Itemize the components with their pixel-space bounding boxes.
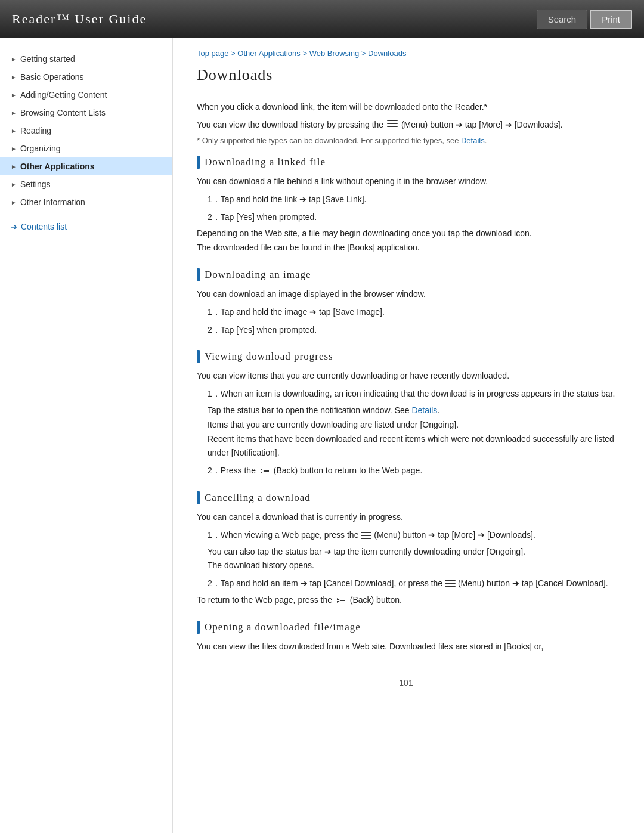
- back-icon: [335, 595, 348, 606]
- sidebar-item-browsing-content-lists[interactable]: ► Browsing Content Lists: [0, 104, 172, 122]
- sub-step-1: Tap the status bar to open the notificat…: [208, 404, 615, 418]
- step-1: 1．When viewing a Web page, press the (Me…: [208, 528, 615, 543]
- breadcrumb: Top page > Other Applications > Web Brow…: [197, 38, 615, 64]
- section-body: You can download a file behind a link wi…: [197, 175, 615, 255]
- section-title: Cancelling a download: [205, 492, 311, 504]
- chevron-right-icon: ►: [11, 145, 17, 152]
- sidebar-item-label: Browsing Content Lists: [20, 108, 106, 117]
- breadcrumb-downloads[interactable]: Downloads: [368, 49, 406, 58]
- chevron-right-icon: ►: [11, 199, 17, 206]
- sidebar-item-label: Organizing: [20, 144, 61, 153]
- header-buttons: Search Print: [537, 10, 632, 29]
- svg-rect-1: [387, 123, 398, 124]
- step-2: 2．Press the (Back) button to return to t…: [208, 464, 615, 478]
- section-intro: You can download an image displayed in t…: [197, 287, 615, 302]
- sidebar-item-adding-getting-content[interactable]: ► Adding/Getting Content: [0, 86, 172, 104]
- extra-line-2: The downloaded file can be found in the …: [197, 241, 615, 255]
- details-link-1[interactable]: Details: [461, 136, 485, 145]
- intro-menu-label: (Menu) button ➔ tap [More] ➔: [401, 120, 512, 129]
- menu-icon: [387, 119, 398, 128]
- arrow-right-icon: ➔: [11, 222, 17, 231]
- section-bar-icon: [197, 156, 200, 169]
- sidebar-item-label: Adding/Getting Content: [20, 90, 107, 100]
- section-header: Cancelling a download: [197, 491, 615, 504]
- chevron-right-icon: ►: [11, 181, 17, 188]
- section-header: Downloading an image: [197, 268, 615, 281]
- sidebar-item-getting-started[interactable]: ► Getting started: [0, 50, 172, 68]
- details-link-2[interactable]: Details: [411, 405, 437, 415]
- sidebar-item-other-applications[interactable]: ► Other Applications: [0, 157, 172, 175]
- sidebar-item-reading[interactable]: ► Reading: [0, 122, 172, 140]
- section-bar-icon: [197, 621, 200, 634]
- breadcrumb-other-applications[interactable]: Other Applications: [237, 49, 301, 58]
- sidebar-item-label: Settings: [20, 179, 51, 189]
- svg-rect-7: [445, 583, 456, 584]
- chevron-right-icon: ►: [11, 92, 17, 98]
- sidebar-item-basic-operations[interactable]: ► Basic Operations: [0, 68, 172, 86]
- svg-rect-6: [445, 580, 456, 581]
- section-viewing-download-progress: Viewing download progress You can view i…: [197, 350, 615, 478]
- section-header: Viewing download progress: [197, 350, 615, 363]
- sidebar: ► Getting started ► Basic Operations ► A…: [0, 38, 173, 833]
- section-header: Downloading a linked file: [197, 156, 615, 169]
- chevron-right-icon: ►: [11, 128, 17, 134]
- sidebar-item-organizing[interactable]: ► Organizing: [0, 140, 172, 157]
- print-button[interactable]: Print: [590, 10, 632, 29]
- section-title: Opening a downloaded file/image: [205, 621, 361, 633]
- intro-line1: When you click a download link, the item…: [197, 100, 615, 114]
- page-header: Reader™ User Guide Search Print: [0, 0, 644, 38]
- step-1: 1．Tap and hold the link ➔ tap [Save Link…: [208, 193, 615, 207]
- chevron-right-icon: ►: [11, 163, 17, 170]
- section-downloading-an-image: Downloading an image You can download an…: [197, 268, 615, 337]
- step-2: 2．Tap [Yes] when prompted.: [208, 323, 615, 337]
- chevron-right-icon: ►: [11, 110, 17, 116]
- sidebar-item-label: Basic Operations: [20, 72, 84, 82]
- sidebar-item-label: Reading: [20, 126, 51, 135]
- sub-step-2: Items that you are currently downloading…: [208, 418, 615, 432]
- chevron-right-icon: ►: [11, 56, 17, 63]
- svg-rect-0: [387, 120, 398, 121]
- extra-line-1: Depending on the Web site, a file may be…: [197, 227, 615, 241]
- page-layout: ► Getting started ► Basic Operations ► A…: [0, 38, 644, 833]
- sidebar-item-label: Other Applications: [20, 162, 95, 171]
- breadcrumb-web-browsing[interactable]: Web Browsing: [309, 49, 360, 58]
- section-opening-downloaded-file-image: Opening a downloaded file/image You can …: [197, 621, 615, 654]
- sidebar-item-label: Other Information: [20, 197, 85, 207]
- intro-line2: You can view the download history by pre…: [197, 118, 615, 132]
- section-title: Downloading a linked file: [205, 156, 326, 168]
- sidebar-item-settings[interactable]: ► Settings: [0, 175, 172, 193]
- section-body: You can download an image displayed in t…: [197, 287, 615, 337]
- contents-list-link[interactable]: ➔ Contents list: [0, 222, 172, 231]
- return-text: To return to the Web page, press the (Ba…: [197, 593, 615, 608]
- section-bar-icon: [197, 268, 200, 281]
- sub-step-2: The download history opens.: [208, 559, 615, 573]
- section-body: You can cancel a download that is curren…: [197, 510, 615, 608]
- section-intro: You can download a file behind a link wi…: [197, 175, 615, 189]
- svg-rect-3: [361, 532, 371, 533]
- sub-step-1: You can also tap the status bar ➔ tap th…: [208, 545, 615, 559]
- back-icon: [258, 466, 271, 476]
- chevron-right-icon: ►: [11, 74, 17, 80]
- sidebar-item-other-information[interactable]: ► Other Information: [0, 193, 172, 211]
- section-bar-icon: [197, 491, 200, 504]
- sub-step-3: Recent items that have been downloaded a…: [208, 432, 615, 461]
- section-header: Opening a downloaded file/image: [197, 621, 615, 634]
- svg-rect-4: [361, 535, 371, 536]
- section-downloading-linked-file: Downloading a linked file You can downlo…: [197, 156, 615, 255]
- svg-rect-2: [387, 126, 398, 127]
- contents-list-label: Contents list: [21, 222, 67, 231]
- menu-icon: [361, 531, 371, 540]
- section-intro: You can view items that you are currentl…: [197, 369, 615, 383]
- step-2: 2．Tap [Yes] when prompted.: [208, 210, 615, 225]
- section-bar-icon: [197, 350, 200, 363]
- step-1: 1．When an item is downloading, an icon i…: [208, 387, 615, 401]
- section-intro: You can view the files downloaded from a…: [197, 640, 615, 654]
- step-1: 1．Tap and hold the image ➔ tap [Save Ima…: [208, 305, 615, 320]
- search-button[interactable]: Search: [537, 10, 588, 29]
- intro-note: * Only supported file types can be downl…: [197, 136, 615, 145]
- section-title: Viewing download progress: [205, 351, 333, 363]
- main-content: Top page > Other Applications > Web Brow…: [173, 38, 644, 833]
- page-title: Downloads: [197, 66, 615, 89]
- section-title: Downloading an image: [205, 269, 311, 281]
- breadcrumb-top-page[interactable]: Top page: [197, 49, 229, 58]
